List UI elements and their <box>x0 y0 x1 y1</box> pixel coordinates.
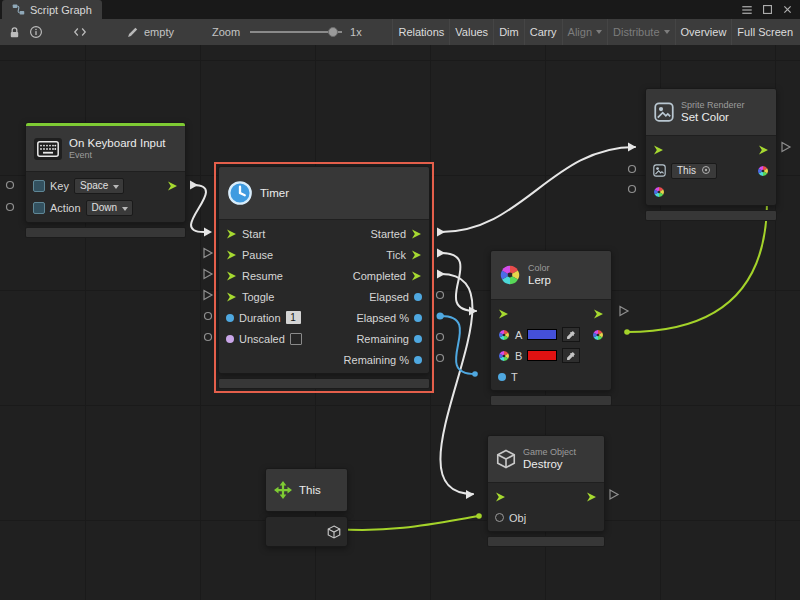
color-output-port-icon[interactable] <box>592 329 604 341</box>
color-port-icon[interactable] <box>498 329 510 341</box>
flow-port-icon[interactable] <box>495 491 506 503</box>
node-footer <box>25 227 186 238</box>
value-port-icon[interactable] <box>414 335 422 343</box>
flow-port-icon[interactable] <box>653 144 664 156</box>
ext-flow-port[interactable] <box>610 490 618 499</box>
object-picker-icon[interactable] <box>701 165 711 175</box>
graph-canvas[interactable]: On Keyboard Input Event Key Space Acti <box>0 45 800 600</box>
duration-field[interactable]: 1 <box>286 311 301 324</box>
relations-button[interactable]: Relations <box>392 19 449 45</box>
maximize-icon[interactable] <box>762 4 773 15</box>
node-color-lerp[interactable]: Color Lerp A <box>490 250 612 406</box>
distribute-dropdown-button[interactable]: Distribute <box>607 19 674 45</box>
value-port-icon[interactable] <box>226 314 234 322</box>
flow-port-icon[interactable] <box>226 249 237 261</box>
ext-flow-port[interactable] <box>437 270 445 279</box>
ext-value-port[interactable] <box>205 334 212 341</box>
value-port-icon[interactable] <box>414 356 422 364</box>
color-a-swatch[interactable] <box>527 329 557 340</box>
code-view-icon[interactable] <box>69 22 91 42</box>
ext-value-port[interactable] <box>437 355 444 362</box>
wire-keyboard-to-timer-start[interactable] <box>191 185 206 232</box>
flow-port-icon[interactable] <box>498 308 509 320</box>
node-this[interactable]: This <box>265 468 348 547</box>
close-icon[interactable] <box>782 4 793 15</box>
node-title: Lerp <box>528 274 551 287</box>
zoom-slider[interactable] <box>250 22 342 42</box>
tab-bar: Script Graph <box>0 0 800 19</box>
color-b-swatch[interactable] <box>527 350 557 361</box>
align-dropdown-button[interactable]: Align <box>562 19 607 45</box>
gameobject-port-icon[interactable] <box>327 525 341 539</box>
ext-flow-port[interactable] <box>628 143 636 152</box>
flow-port-icon[interactable] <box>758 144 769 156</box>
ext-flow-port[interactable] <box>782 143 790 152</box>
color-port-icon[interactable] <box>653 186 665 198</box>
dim-button[interactable]: Dim <box>493 19 524 45</box>
flow-port-icon[interactable] <box>593 308 604 320</box>
menu-icon[interactable] <box>741 4 753 16</box>
color-port-icon[interactable] <box>498 350 510 362</box>
value-port-icon[interactable] <box>495 513 504 522</box>
port-row <box>491 303 611 324</box>
color-output-port-icon[interactable] <box>757 165 769 177</box>
flow-port-icon[interactable] <box>226 270 237 282</box>
flow-port-icon[interactable] <box>226 228 237 240</box>
eyedropper-button[interactable] <box>562 327 580 342</box>
wire-timer-tick-to-lerp[interactable] <box>441 253 476 311</box>
flow-port-icon[interactable] <box>167 180 178 192</box>
wire-this-to-destroy-obj[interactable] <box>336 516 479 530</box>
ext-flow-port[interactable] <box>204 270 212 279</box>
ext-value-port[interactable] <box>205 313 212 320</box>
value-port-icon[interactable] <box>498 373 506 381</box>
info-icon[interactable] <box>25 22 47 42</box>
ext-value-port[interactable] <box>437 292 444 299</box>
ext-value-port[interactable] <box>437 313 444 320</box>
overview-button[interactable]: Overview <box>675 19 732 45</box>
node-destroy[interactable]: Game Object Destroy Obj <box>487 435 605 547</box>
action-dropdown[interactable]: Down <box>86 200 134 216</box>
ext-flow-port[interactable] <box>204 249 212 258</box>
unscaled-checkbox[interactable] <box>290 333 302 345</box>
ext-flow-port[interactable] <box>190 181 198 190</box>
ext-flow-port[interactable] <box>620 307 628 316</box>
graph-name[interactable]: empty <box>127 26 174 38</box>
node-surtitle: Game Object <box>523 447 576 458</box>
ext-flow-port[interactable] <box>204 291 212 300</box>
ext-value-port[interactable] <box>7 182 14 189</box>
ext-flow-port[interactable] <box>204 228 212 237</box>
carry-button[interactable]: Carry <box>524 19 562 45</box>
wire-timer-elapsedpct-to-lerp-t[interactable] <box>441 316 475 374</box>
value-port-icon[interactable] <box>226 335 234 343</box>
eyedropper-button[interactable] <box>562 348 580 363</box>
zoom-slider-handle[interactable] <box>328 27 338 37</box>
ext-flow-port[interactable] <box>437 228 445 237</box>
ext-value-port[interactable] <box>629 186 636 193</box>
ext-flow-port[interactable] <box>466 490 474 499</box>
tab-script-graph[interactable]: Script Graph <box>2 0 102 19</box>
flow-port-icon[interactable] <box>411 228 422 240</box>
this-object-field[interactable]: This <box>671 163 717 179</box>
wire-timer-completed-to-destroy[interactable] <box>440 274 473 494</box>
full-screen-button[interactable]: Full Screen <box>731 19 798 45</box>
ext-flow-port[interactable] <box>437 249 445 258</box>
node-timer[interactable]: Timer Start Started Pause Tick Resume Co… <box>218 166 430 389</box>
node-header: Timer <box>219 167 429 220</box>
flow-port-icon[interactable] <box>586 491 597 503</box>
node-set-color[interactable]: Sprite Renderer Set Color This <box>645 88 777 221</box>
flow-port-icon[interactable] <box>411 249 422 261</box>
node-on-keyboard-input[interactable]: On Keyboard Input Event Key Space Acti <box>25 122 186 238</box>
value-port-icon[interactable] <box>414 314 422 322</box>
value-port-icon[interactable] <box>414 293 422 301</box>
values-button[interactable]: Values <box>449 19 493 45</box>
flow-port-icon[interactable] <box>411 270 422 282</box>
graph-toolbar: empty Zoom 1x Relations Values Dim Carry… <box>0 19 800 46</box>
ext-value-port[interactable] <box>437 334 444 341</box>
flow-port-icon[interactable] <box>226 291 237 303</box>
lock-icon[interactable] <box>3 22 25 42</box>
ext-value-port[interactable] <box>629 166 636 173</box>
key-dropdown[interactable]: Space <box>74 178 124 194</box>
toolbar-buttons: Relations Values Dim Carry Align Distrib… <box>392 19 800 45</box>
ext-value-port[interactable] <box>7 204 14 211</box>
wire-timer-started-to-setcolor[interactable] <box>441 147 635 232</box>
